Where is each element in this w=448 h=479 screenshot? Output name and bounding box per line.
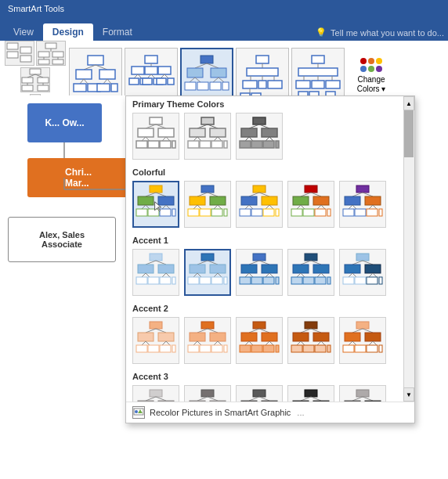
svg-line-218 [218,273,222,277]
swatch-accent1-2[interactable] [184,249,231,296]
svg-rect-299 [263,345,274,352]
svg-line-13 [27,74,35,77]
svg-line-237 [301,261,311,265]
change-colors-dropdown: Primary Theme Colors [125,95,415,423]
dropdown-scroll[interactable]: Primary Theme Colors [126,96,414,402]
svg-rect-167 [240,209,251,216]
svg-line-159 [249,193,259,196]
scrollbar-up[interactable]: ▲ [403,96,414,110]
svg-line-315 [352,329,363,333]
svg-rect-249 [356,254,369,261]
svg-line-231 [269,273,273,277]
svg-rect-32 [97,84,110,92]
scrollbar-thumb[interactable] [404,110,414,157]
swatch-accent2-5[interactable] [339,317,386,364]
swatch-accent3-3[interactable] [236,385,283,402]
svg-rect-288 [253,322,266,329]
svg-rect-260 [367,277,378,284]
svg-rect-232 [240,277,251,284]
tab-view[interactable]: View [4,23,43,41]
svg-rect-10 [38,59,49,64]
svg-line-229 [249,273,253,277]
mini-thumb-3[interactable] [20,67,50,92]
svg-rect-220 [200,277,211,284]
swatch-colorful-2[interactable] [184,181,231,228]
svg-rect-175 [313,196,329,205]
svg-rect-221 [211,277,222,284]
svg-rect-95 [138,128,154,137]
swatch-accent1-5[interactable] [339,249,386,296]
swatch-accent3-5[interactable] [339,385,386,402]
swatch-colorful-1[interactable] [132,181,179,228]
svg-line-57 [195,77,201,82]
swatch-accent2-4[interactable] [287,317,334,364]
svg-rect-171 [305,185,317,193]
swatch-accent2-3[interactable] [236,317,283,364]
lightbulb-icon: 💡 [316,27,327,38]
svg-rect-297 [240,345,251,352]
svg-rect-4 [45,43,56,49]
svg-rect-121 [241,128,257,137]
svg-rect-130 [276,141,279,148]
svg-line-137 [146,205,150,209]
svg-rect-62 [210,82,221,90]
swatch-accent2-2[interactable] [184,317,231,364]
swatch-colorful-4[interactable] [287,181,334,228]
scrollbar-down[interactable]: ▼ [403,387,414,402]
swatch-accent3-4[interactable] [287,385,334,402]
svg-line-290 [259,329,269,333]
svg-rect-327 [150,390,162,397]
svg-rect-184 [356,185,369,193]
svg-line-281 [197,341,201,345]
svg-rect-274 [172,345,175,352]
svg-line-230 [266,273,269,277]
node-chris[interactable]: Chri...Mar... [27,158,129,197]
layout-thumb-row-2 [20,67,50,92]
svg-rect-84 [326,81,340,88]
mini-thumb-2[interactable] [36,41,66,66]
svg-rect-272 [148,345,159,352]
node-alex[interactable]: Alex, SalesAssociate [8,217,116,262]
svg-rect-54 [187,68,203,77]
svg-rect-239 [293,265,309,273]
svg-rect-194 [355,209,366,216]
svg-rect-1 [7,52,18,58]
svg-rect-102 [148,141,159,148]
svg-line-294 [249,341,253,345]
svg-line-244 [321,273,325,277]
svg-rect-275 [201,322,214,329]
svg-rect-19 [22,85,33,91]
mini-thumb-1[interactable] [5,41,34,66]
svg-line-165 [266,205,269,209]
svg-line-147 [208,193,218,196]
node-owner[interactable]: K... Ow... [27,103,102,142]
swatch-primary-1[interactable] [132,113,179,160]
svg-rect-278 [190,333,205,341]
svg-line-146 [197,193,208,196]
swatch-accent3-1[interactable] [132,385,179,402]
svg-line-212 [208,261,218,265]
svg-rect-206 [136,277,147,284]
swatch-colorful-5[interactable] [339,181,386,228]
svg-rect-162 [262,196,277,205]
svg-rect-246 [303,277,314,284]
tab-format[interactable]: Format [93,23,142,41]
tab-design[interactable]: Design [43,23,93,41]
accent3-swatches-row [126,384,414,402]
change-colors-label: ChangeColors ▾ [357,75,386,94]
swatch-primary-2[interactable] [184,113,231,160]
svg-rect-38 [158,67,171,74]
svg-rect-227 [262,265,277,273]
swatch-accent2-1[interactable] [132,317,179,364]
svg-rect-234 [263,277,274,284]
svg-rect-149 [210,196,226,205]
swatch-accent1-4[interactable] [287,249,334,296]
recolor-pictures-button[interactable]: Recolor Pictures in SmartArt Graphic ... [126,402,414,423]
svg-rect-143 [172,209,175,216]
swatch-accent1-1[interactable] [132,249,179,296]
svg-rect-7 [52,52,63,57]
swatch-primary-3[interactable] [236,113,283,160]
swatch-accent1-3[interactable] [236,249,283,296]
swatch-colorful-3[interactable] [236,181,283,228]
swatch-accent3-2[interactable] [184,385,231,402]
